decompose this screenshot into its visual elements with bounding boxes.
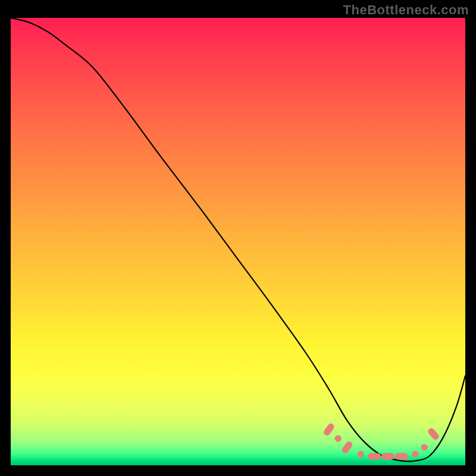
marker-layer <box>322 422 440 460</box>
watermark-label: TheBottleneck.com <box>343 2 469 18</box>
curve-marker-lozenge <box>427 427 440 441</box>
curve-marker-lozenge <box>322 422 336 437</box>
curve-marker-dot <box>421 444 428 450</box>
plot-area <box>11 18 465 465</box>
curve-marker-dot <box>358 451 364 458</box>
curve-marker-lozenge <box>341 440 354 455</box>
curve-marker-lozenge <box>381 453 394 460</box>
curve-marker-lozenge <box>368 453 381 460</box>
curve-marker-dot <box>412 451 419 458</box>
bottleneck-curve <box>11 18 465 461</box>
curve-marker-dot <box>335 435 342 441</box>
app-frame: TheBottleneck.com <box>0 0 476 476</box>
chart-svg <box>11 18 465 465</box>
curve-marker-lozenge <box>395 453 408 460</box>
